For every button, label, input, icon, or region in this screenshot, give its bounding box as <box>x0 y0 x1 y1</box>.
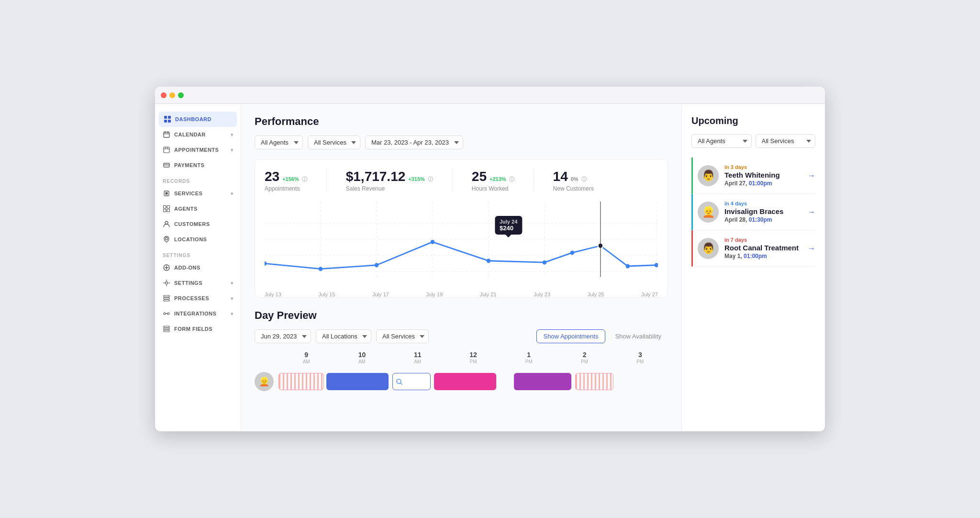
services-icon <box>163 190 170 197</box>
appt-blue[interactable] <box>326 373 389 390</box>
avatar-1: 👨 <box>698 165 719 186</box>
chevron-icon: ▾ <box>231 296 234 301</box>
locations-icon <box>163 236 170 243</box>
appt-arrow-2[interactable]: → <box>808 208 815 216</box>
x-label: July 17 <box>372 292 389 297</box>
appt-time-3: May 1, 01:00pm <box>724 253 802 259</box>
x-label: July 15 <box>318 292 335 297</box>
appt-striped-1[interactable] <box>278 373 324 390</box>
sidebar-item-agents[interactable]: AGENTS <box>155 201 241 216</box>
upcoming-card-3: 👨 in 7 days Root Canal Treatment May 1, … <box>691 230 815 267</box>
time-slot-3pm: 3 PM <box>612 351 668 366</box>
customers-icon <box>163 220 170 228</box>
appt-pink[interactable] <box>434 373 496 390</box>
upcoming-title: Upcoming <box>691 115 815 126</box>
info-icon[interactable]: ⓘ <box>581 176 587 183</box>
info-icon[interactable]: ⓘ <box>509 176 514 183</box>
sidebar-item-payments[interactable]: PAYMENTS <box>155 158 241 173</box>
sidebar-label-processes: PROCESSES <box>174 295 209 301</box>
sidebar-item-integrations[interactable]: INTEGRATIONS ▾ <box>155 306 241 321</box>
x-label: July 21 <box>480 292 497 297</box>
services-filter[interactable]: All Services <box>308 135 360 149</box>
main-content: Performance All Agents All Services Mar … <box>241 104 681 431</box>
date-filter[interactable]: Jun 29, 2023 <box>255 329 311 343</box>
svg-rect-28 <box>164 300 169 301</box>
sidebar-item-dashboard[interactable]: DASHBOARD <box>159 112 237 127</box>
metric-appointments: 23 +156% ⓘ Appointments <box>265 169 307 192</box>
appt-arrow-1[interactable]: → <box>808 171 815 180</box>
appt-arrow-3[interactable]: → <box>808 244 815 253</box>
sidebar-item-formfields[interactable]: FORM FIELDS <box>155 321 241 337</box>
traffic-lights <box>161 92 184 98</box>
agent-avatar: 👱 <box>255 372 274 391</box>
app-window: DASHBOARD CALENDAR ▾ <box>155 87 825 431</box>
x-label: July 25 <box>588 292 604 297</box>
avatar-2: 👱 <box>698 202 719 223</box>
performance-card: 23 +156% ⓘ Appointments $1,717.12 +315% … <box>255 159 668 298</box>
revenue-label: Sales Revenue <box>346 185 433 192</box>
appt-search[interactable] <box>392 373 431 390</box>
close-button[interactable] <box>161 92 167 98</box>
appt-info-3: in 7 days Root Canal Treatment May 1, 01… <box>724 237 802 259</box>
x-label: July 19 <box>426 292 443 297</box>
timeline-track <box>278 371 668 392</box>
time-slot-12: 12 PM <box>445 351 501 366</box>
timeline-row: 👱 <box>255 366 668 397</box>
appt-info-1: in 3 days Teeth Whitening April 27, 01:0… <box>724 164 802 187</box>
agents-icon <box>163 205 170 213</box>
chevron-icon: ▾ <box>231 311 234 316</box>
sidebar-item-settings[interactable]: SETTINGS ▾ <box>155 275 241 291</box>
maximize-button[interactable] <box>178 92 184 98</box>
agents-filter[interactable]: All Agents <box>255 135 303 149</box>
svg-point-46 <box>265 261 267 266</box>
show-availability-button[interactable]: Show Availability <box>608 329 668 343</box>
sidebar-label-addons: ADD-ONS <box>174 265 200 270</box>
service-name-1: Teeth Whitening <box>724 171 802 179</box>
sidebar-item-processes[interactable]: PROCESSES ▾ <box>155 291 241 306</box>
sidebar-item-services[interactable]: SERVICES ▾ <box>155 186 241 201</box>
x-label: July 13 <box>265 292 281 297</box>
show-appointments-button[interactable]: Show Appointments <box>536 329 606 343</box>
sidebar-item-addons[interactable]: ADD-ONS <box>155 260 241 275</box>
upcoming-agents-filter[interactable]: All Agents <box>691 134 752 148</box>
chevron-icon: ▾ <box>231 147 234 153</box>
sidebar-label-settings: SETTINGS <box>174 280 202 286</box>
timeline-header: 9 AM 10 AM 11 AM 12 PM <box>278 351 668 366</box>
customers-value: 14 <box>553 169 568 184</box>
daterange-filter[interactable]: Mar 23, 2023 - Apr 23, 2023 <box>365 135 463 149</box>
svg-rect-34 <box>164 330 169 332</box>
hours-value: 25 <box>472 169 487 184</box>
upcoming-card-1: 👨 in 3 days Teeth Whitening April 27, 01… <box>691 158 815 194</box>
sidebar-label-customers: CUSTOMERS <box>174 221 210 227</box>
sidebar-item-locations[interactable]: LOCATIONS <box>155 232 241 247</box>
time-slot-1pm: 1 PM <box>501 351 557 366</box>
sidebar-item-customers[interactable]: CUSTOMERS <box>155 216 241 232</box>
svg-point-50 <box>487 259 490 263</box>
svg-point-51 <box>543 260 546 265</box>
hours-badge: +213% <box>490 176 506 182</box>
locations-filter[interactable]: All Locations <box>316 329 371 343</box>
sidebar-item-calendar[interactable]: CALENDAR ▾ <box>155 127 241 142</box>
divider <box>452 169 453 192</box>
appointments-value: 23 <box>265 169 279 184</box>
metric-hours: 25 +213% ⓘ Hours Worked <box>472 169 514 192</box>
settings-section-label: SETTINGS <box>155 247 241 260</box>
metrics-row: 23 +156% ⓘ Appointments $1,717.12 +315% … <box>265 169 658 192</box>
svg-rect-16 <box>164 206 167 209</box>
sidebar: DASHBOARD CALENDAR ▾ <box>155 104 241 431</box>
minimize-button[interactable] <box>169 92 175 98</box>
dashboard-icon <box>164 115 171 123</box>
right-panel: Upcoming All Agents All Services 👨 in 3 … <box>681 104 825 431</box>
records-section-label: RECORDS <box>155 173 241 186</box>
svg-rect-8 <box>164 147 169 153</box>
sidebar-item-appointments[interactable]: APPOINTMENTS ▾ <box>155 142 241 158</box>
appt-striped-2[interactable] <box>575 373 613 390</box>
info-icon[interactable]: ⓘ <box>302 176 307 183</box>
appt-purple[interactable] <box>514 373 571 390</box>
upcoming-services-filter[interactable]: All Services <box>756 134 816 148</box>
info-icon[interactable]: ⓘ <box>428 176 433 183</box>
day-services-filter[interactable]: All Services <box>376 329 429 343</box>
x-label: July 23 <box>534 292 550 297</box>
divider <box>326 169 327 192</box>
svg-point-55 <box>655 263 658 267</box>
